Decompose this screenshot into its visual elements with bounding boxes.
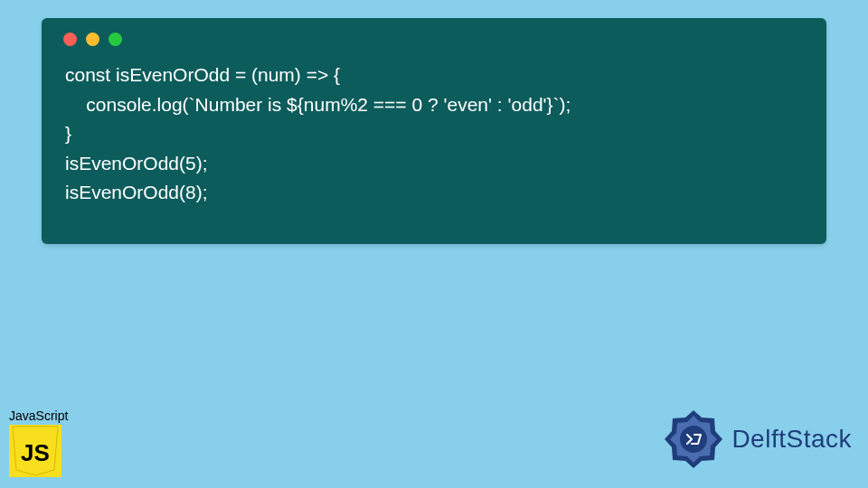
code-line: isEvenOrOdd(8); [65,182,208,202]
delftstack-brand-text: DelftStack [731,425,852,454]
code-line: } [65,123,71,144]
javascript-shield-icon: JS [9,425,61,477]
code-block: const isEvenOrOdd = (num) => { console.l… [42,55,826,226]
minimize-icon [86,33,99,46]
window-controls [42,18,826,55]
close-icon [63,33,77,46]
code-window: const isEvenOrOdd = (num) => { console.l… [42,18,826,244]
svg-point-2 [680,426,707,453]
delftstack-emblem-icon [661,407,726,472]
js-icon-text: JS [21,439,50,466]
maximize-icon [108,33,122,46]
code-line: console.log(`Number is ${num%2 === 0 ? '… [65,94,571,115]
code-line: isEvenOrOdd(5); [65,153,208,174]
javascript-badge: JavaScript JS [9,408,68,477]
delftstack-logo: DelftStack [661,407,852,472]
javascript-label: JavaScript [9,408,68,423]
code-line: const isEvenOrOdd = (num) => { [65,64,340,85]
